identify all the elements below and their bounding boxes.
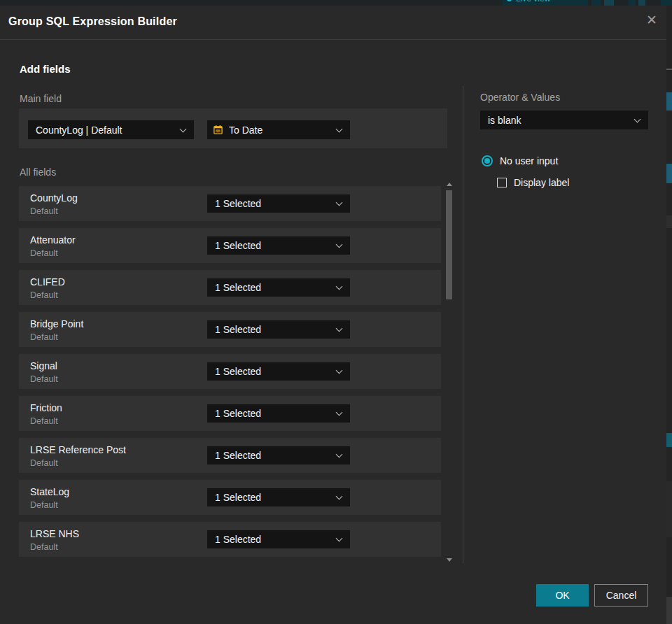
background-toolbar-fragment <box>604 0 614 6</box>
field-name: Attenuator <box>30 233 76 247</box>
background-fragment <box>666 164 672 183</box>
dialog-header: Group SQL Expression Builder ✕ <box>0 6 666 40</box>
scrollbar-down-arrow-icon[interactable] <box>447 558 452 562</box>
chevron-down-icon <box>336 125 343 132</box>
main-field-panel: CountyLog | Default To Date <box>19 108 447 148</box>
field-name: LRSE NHS <box>30 527 79 541</box>
field-row: Attenuator Default 1 Selected <box>19 228 441 263</box>
field-info: CountyLog Default <box>30 191 78 218</box>
field-info: Bridge Point Default <box>30 317 83 344</box>
column-divider <box>463 86 463 563</box>
background-fragment <box>666 597 672 624</box>
field-subtitle: Default <box>30 247 76 260</box>
field-name: StateLog <box>30 485 69 499</box>
background-toolbar-fragment <box>661 0 672 6</box>
calendar-icon <box>213 125 223 135</box>
main-field-dropdown[interactable]: CountyLog | Default <box>28 120 194 139</box>
field-subtitle: Default <box>30 541 79 554</box>
values-selected-dropdown[interactable]: 1 Selected <box>207 278 350 297</box>
field-subtitle: Default <box>30 373 58 386</box>
no-user-input-label: No user input <box>500 155 558 166</box>
ok-button[interactable]: OK <box>536 584 589 607</box>
scrollbar-thumb[interactable] <box>446 190 452 299</box>
values-selected-dropdown[interactable]: 1 Selected <box>207 362 350 381</box>
field-info: LRSE Reference Post Default <box>30 443 126 470</box>
chevron-down-icon <box>336 241 343 248</box>
field-subtitle: Default <box>30 331 83 344</box>
values-selected-dropdown-value: 1 Selected <box>215 408 261 419</box>
chevron-down-icon <box>634 115 641 122</box>
background-app-right-sliver <box>666 6 672 624</box>
field-subtitle: Default <box>30 457 126 470</box>
field-name: CLIFED <box>30 275 65 289</box>
operator-dropdown[interactable]: is blank <box>480 111 648 129</box>
display-label-option[interactable]: Display label <box>497 177 569 188</box>
values-selected-dropdown[interactable]: 1 Selected <box>207 320 350 339</box>
values-selected-dropdown-value: 1 Selected <box>215 450 261 461</box>
chevron-down-icon <box>336 325 343 332</box>
dialog-title: Group SQL Expression Builder <box>8 15 177 28</box>
values-selected-dropdown[interactable]: 1 Selected <box>207 404 350 423</box>
field-name: Friction <box>30 401 62 415</box>
field-name: Bridge Point <box>30 317 83 331</box>
field-row: Bridge Point Default 1 Selected <box>19 312 441 347</box>
chevron-down-icon <box>336 199 343 206</box>
close-icon[interactable]: ✕ <box>646 13 657 27</box>
values-selected-dropdown-value: 1 Selected <box>215 534 261 545</box>
operator-values-label: Operator & Values <box>480 92 560 103</box>
values-selected-dropdown-value: 1 Selected <box>215 282 261 293</box>
background-fragment <box>666 481 672 537</box>
field-row: CLIFED Default 1 Selected <box>19 270 441 305</box>
cancel-button[interactable]: Cancel <box>594 584 648 607</box>
no-user-input-option[interactable]: No user input <box>482 155 558 166</box>
display-label-label: Display label <box>514 177 569 188</box>
field-row: Signal Default 1 Selected <box>19 354 441 389</box>
values-selected-dropdown[interactable]: 1 Selected <box>207 488 350 506</box>
live-view-button[interactable]: Live view <box>503 0 588 6</box>
chevron-down-icon <box>180 125 187 132</box>
values-selected-dropdown[interactable]: 1 Selected <box>207 236 350 255</box>
field-subtitle: Default <box>30 415 62 428</box>
chevron-down-icon <box>336 283 343 290</box>
scrollbar-up-arrow-icon[interactable] <box>447 183 452 186</box>
field-row: Friction Default 1 Selected <box>19 396 441 431</box>
field-info: Signal Default <box>30 359 58 386</box>
all-fields-label: All fields <box>20 166 56 178</box>
values-selected-dropdown[interactable]: 1 Selected <box>207 446 350 465</box>
field-type-dropdown-value: To Date <box>229 125 262 136</box>
values-selected-dropdown-value: 1 Selected <box>215 366 261 377</box>
field-info: StateLog Default <box>30 485 69 512</box>
background-fragment <box>666 433 672 447</box>
background-app-top-strip: Live view <box>0 0 672 6</box>
background-toolbar-fragment <box>638 0 645 6</box>
field-type-dropdown[interactable]: To Date <box>207 120 350 139</box>
background-toolbar-fragment <box>629 0 636 6</box>
field-row: StateLog Default 1 Selected <box>19 480 441 515</box>
fields-list-scrollbar[interactable] <box>446 180 453 565</box>
chevron-down-icon <box>336 493 343 500</box>
field-row: CountyLog Default 1 Selected <box>19 186 441 221</box>
values-selected-dropdown[interactable]: 1 Selected <box>207 530 350 548</box>
field-row: LRSE NHS Default 1 Selected <box>19 522 441 557</box>
values-selected-dropdown[interactable]: 1 Selected <box>207 194 350 213</box>
live-view-dot-icon <box>507 0 512 1</box>
chevron-down-icon <box>336 409 343 416</box>
section-title: Add fields <box>20 63 71 75</box>
group-sql-expression-builder-dialog: Group SQL Expression Builder ✕ Add field… <box>0 6 666 624</box>
radio-button-icon[interactable] <box>482 155 493 166</box>
checkbox-icon[interactable] <box>497 178 507 187</box>
background-fragment <box>666 215 672 228</box>
field-info: Friction Default <box>30 401 62 428</box>
field-name: Signal <box>30 359 58 373</box>
background-toolbar-fragment <box>592 0 601 6</box>
field-info: CLIFED Default <box>30 275 65 302</box>
background-fragment <box>666 69 672 70</box>
field-info: Attenuator Default <box>30 233 76 260</box>
field-info: LRSE NHS Default <box>30 527 79 554</box>
values-selected-dropdown-value: 1 Selected <box>215 492 261 503</box>
main-field-dropdown-value: CountyLog | Default <box>36 125 122 136</box>
field-subtitle: Default <box>30 289 65 302</box>
values-selected-dropdown-value: 1 Selected <box>215 240 261 251</box>
chevron-down-icon <box>336 535 343 542</box>
field-name: LRSE Reference Post <box>30 443 126 457</box>
